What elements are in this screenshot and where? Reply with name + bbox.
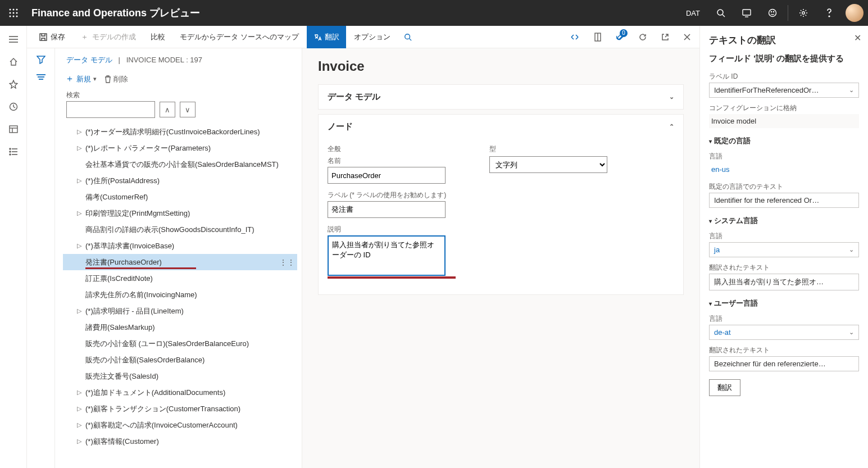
desc-input[interactable]	[328, 235, 446, 276]
tree-item[interactable]: 諸費用(SalesMarkup)	[63, 319, 297, 335]
grip-icon[interactable]: ⋮⋮	[279, 258, 295, 267]
expand-icon[interactable]: ▷	[75, 128, 83, 135]
app-launcher-icon[interactable]	[0, 8, 27, 17]
system-text-input[interactable]: 購入担当者が割り当てた参照オ…	[709, 274, 859, 290]
tree-item[interactable]: ▷(*)請求明細行 - 品目(LineItem)	[63, 303, 297, 319]
star-icon[interactable]	[0, 73, 27, 96]
translate-button[interactable]: 翻訳	[307, 26, 346, 48]
home-icon[interactable]	[0, 51, 27, 73]
tree-item[interactable]: ▷(*)顧客勘定への請求(InvoiceCustomerAccount)	[63, 417, 297, 433]
tree-item[interactable]: ▷印刷管理設定(PrintMgmtSetting)	[63, 205, 297, 221]
workspace-icon[interactable]	[0, 118, 27, 140]
compare-button[interactable]: 比較	[144, 26, 172, 48]
expand-icon[interactable]: ▷	[75, 438, 83, 445]
tree-item-label: (*)請求明細行 - 品目(LineItem)	[85, 306, 184, 316]
card-data-model-header[interactable]: データ モデル ⌄	[319, 85, 683, 109]
tree-item-label: 備考(CustomerRef)	[85, 192, 148, 202]
new-node-button[interactable]: ＋ 新規 ▾	[65, 73, 97, 85]
map-to-datasource-button[interactable]: モデルからデータ ソースへのマップ	[173, 26, 306, 48]
default-lang-value[interactable]: en-us	[709, 162, 859, 176]
default-lang-section[interactable]: 既定の言語	[709, 136, 859, 146]
card-node-header[interactable]: ノード ⌃	[319, 115, 683, 139]
svg-point-15	[773, 11, 774, 12]
chevron-down-icon: ⌄	[849, 87, 854, 94]
company-label[interactable]: DAT	[678, 9, 708, 17]
name-label: 名前	[328, 156, 456, 166]
expand-icon[interactable]: ▷	[75, 210, 83, 217]
tree-item[interactable]: 販売注文番号(SalesId)	[63, 368, 297, 384]
save-button[interactable]: 保存	[33, 26, 72, 48]
tree-item[interactable]: 発注書(PurchaseOrder)⋮⋮	[63, 254, 297, 270]
close-form-icon[interactable]	[678, 26, 696, 48]
tree-item-label: 販売の小計金額(SalesOrderBalance)	[85, 355, 204, 365]
tree-item[interactable]: 販売の小計金額 (ユーロ)(SalesOrderBalanceEuro)	[63, 335, 297, 352]
expand-icon[interactable]: ▷	[75, 405, 83, 412]
options-button[interactable]: オプション	[347, 26, 397, 48]
expand-icon[interactable]: ▷	[75, 389, 83, 396]
expand-icon[interactable]: ▷	[75, 177, 83, 184]
expand-icon[interactable]: ▷	[75, 421, 83, 429]
search-prev-icon[interactable]: ∧	[160, 102, 175, 117]
create-model-button[interactable]: ＋ モデルの作成	[73, 26, 143, 48]
labelid-dropdown[interactable]: IdentifierForTheReferencedOr…⌄	[709, 83, 859, 98]
translated-label: 翻訳されたテキスト	[709, 263, 859, 272]
tree-item[interactable]: ▷(*)レポート パラメーター(Parameters)	[63, 140, 297, 156]
smiley-icon[interactable]	[760, 0, 785, 26]
tree-item[interactable]: 販売の小計金額(SalesOrderBalance)	[63, 352, 297, 368]
tree-item[interactable]: ▷(*)住所(PostalAddress)	[63, 172, 297, 189]
user-lang-dropdown[interactable]: de-at⌄	[709, 325, 859, 340]
system-lang-dropdown[interactable]: ja⌄	[709, 242, 859, 257]
expand-icon[interactable]: ▷	[75, 144, 83, 152]
cmdbar-search-icon[interactable]	[398, 26, 417, 48]
close-icon[interactable]: ✕	[854, 33, 861, 43]
tree-item[interactable]: 請求先住所の名前(InvoicingName)	[63, 287, 297, 303]
tree-item-label: 販売注文番号(SalesId)	[85, 371, 158, 381]
tree-item[interactable]: ▷(*)顧客トランザクション(CustomerTransaction)	[63, 401, 297, 417]
search-input[interactable]	[66, 101, 155, 118]
tree-item[interactable]: 訂正票(IsCreditNote)	[63, 270, 297, 287]
tree-item-label: 請求先住所の名前(InvoicingName)	[85, 290, 197, 300]
user-lang-section[interactable]: ユーザー言語	[709, 298, 859, 308]
list-icon[interactable]	[0, 140, 27, 163]
tree-item[interactable]: 商品割引の詳細の表示(ShowGoodsDiscountInfo_IT)	[63, 221, 297, 238]
tree-item[interactable]: ▷(*)顧客情報(Customer)	[63, 433, 297, 449]
tree-item[interactable]: ▷(*)追加ドキュメント(AdditionalDocuments)	[63, 384, 297, 401]
user-text-input[interactable]: Bezeichner für den referenzierte…	[709, 356, 859, 371]
clock-icon[interactable]	[0, 96, 27, 118]
default-text-input[interactable]: Identifier for the referenced Or…	[709, 193, 859, 208]
type-select[interactable]: 文字列	[489, 156, 607, 173]
svg-line-10	[722, 15, 725, 17]
tree-item-label: (*)顧客勘定への請求(InvoiceCustomerAccount)	[85, 420, 238, 430]
monitor-icon[interactable]	[734, 0, 760, 26]
filter-icon[interactable]	[37, 55, 46, 66]
tree-item[interactable]: ▷(*)オーダー残請求明細行(CustInvoiceBackorderLines…	[63, 124, 297, 140]
system-lang-section[interactable]: システム言語	[709, 216, 859, 226]
search-icon[interactable]	[708, 0, 734, 26]
general-section-label: 全般	[328, 144, 456, 154]
tree-item[interactable]: 会社基本通貨での販売の小計金額(SalesOrderBalanceMST)	[63, 156, 297, 172]
label-input[interactable]	[328, 201, 446, 218]
tree-item-label: 会社基本通貨での販売の小計金額(SalesOrderBalanceMST)	[85, 160, 279, 170]
delete-node-button[interactable]: 削除	[104, 74, 128, 84]
chevron-up-icon: ⌃	[669, 123, 674, 130]
translate-action-button[interactable]: 翻訳	[709, 379, 740, 396]
tree-item-label: 印刷管理設定(PrintMgmtSetting)	[85, 208, 190, 219]
gear-icon[interactable]	[790, 0, 816, 26]
name-input[interactable]	[328, 167, 446, 184]
search-next-icon[interactable]: ∨	[180, 102, 196, 117]
app-title: Finance and Operations プレビュー	[27, 6, 206, 20]
breadcrumb-root[interactable]: データ モデル	[66, 56, 112, 64]
tree-item[interactable]: 備考(CustomerRef)	[63, 189, 297, 205]
expand-icon[interactable]: ▷	[75, 242, 83, 249]
hamburger-icon[interactable]	[0, 28, 27, 51]
help-icon[interactable]	[816, 0, 842, 26]
refresh-icon[interactable]	[633, 26, 652, 48]
avatar[interactable]	[846, 4, 864, 22]
connector-icon[interactable]	[565, 26, 585, 48]
popout-icon[interactable]	[656, 26, 675, 48]
office-icon[interactable]	[588, 26, 607, 48]
tree-item[interactable]: ▷(*)基準請求書(InvoiceBase)	[63, 238, 297, 254]
lines-icon[interactable]	[37, 74, 46, 82]
attachments-icon[interactable]: 0	[611, 26, 630, 48]
expand-icon[interactable]: ▷	[75, 307, 83, 315]
